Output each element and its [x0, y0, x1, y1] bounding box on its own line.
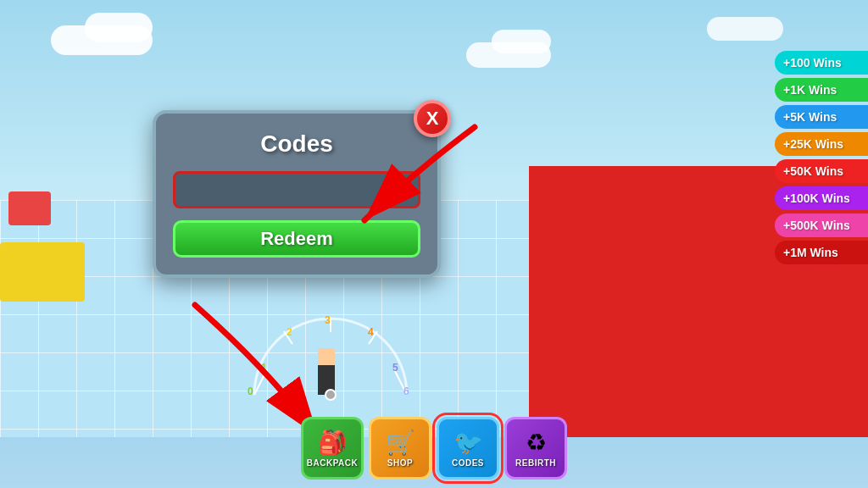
badge-1kwins[interactable]: +1K Wins	[775, 78, 868, 102]
codes-modal: X Codes Redeem	[153, 110, 441, 278]
svg-text:1: 1	[261, 362, 267, 374]
badge-100wins[interactable]: +100 Wins	[775, 51, 868, 75]
svg-text:0: 0	[248, 385, 253, 397]
svg-text:2: 2	[287, 326, 292, 338]
codes-icon: 🐦	[453, 429, 483, 457]
red-block	[8, 191, 51, 225]
win-badges-panel: +100 Wins +1K Wins +5K Wins +25K Wins +5…	[775, 51, 868, 264]
backpack-label: BACKPACK	[307, 458, 358, 468]
redeem-button[interactable]: Redeem	[173, 220, 420, 258]
shop-icon: 🛒	[386, 429, 415, 457]
yellow-platform	[0, 242, 85, 302]
rebirth-button[interactable]: ♻ REBIRTH	[504, 417, 567, 480]
svg-text:5: 5	[392, 362, 398, 374]
svg-text:6: 6	[403, 385, 409, 397]
code-input[interactable]	[173, 171, 420, 208]
svg-point-12	[326, 390, 336, 400]
cloud-2	[85, 13, 153, 42]
shop-button[interactable]: 🛒 SHOP	[369, 417, 431, 480]
rebirth-icon: ♻	[526, 429, 547, 457]
badge-1mwins[interactable]: +1M Wins	[775, 241, 868, 264]
shop-label: SHOP	[387, 458, 413, 468]
svg-text:3: 3	[325, 314, 331, 326]
cloud-4	[492, 30, 551, 53]
backpack-icon: 🎒	[318, 429, 348, 457]
close-button[interactable]: X	[414, 100, 451, 137]
modal-title: Codes	[173, 130, 420, 158]
badge-500kwins[interactable]: +500K Wins	[775, 214, 868, 237]
rebirth-label: REBIRTH	[515, 458, 556, 468]
badge-25kwins[interactable]: +25K Wins	[775, 132, 868, 156]
gauge: 0 1 2 3 4 5 6	[246, 310, 415, 403]
badge-5kwins[interactable]: +5K Wins	[775, 105, 868, 129]
codes-button[interactable]: 🐦 CODES	[437, 417, 499, 480]
codes-label: CODES	[452, 458, 484, 468]
backpack-button[interactable]: 🎒 BACKPACK	[301, 417, 364, 480]
toolbar: 🎒 BACKPACK 🛒 SHOP 🐦 CODES ♻ REBIRTH	[301, 417, 567, 480]
svg-text:4: 4	[368, 326, 374, 338]
cloud-5	[707, 17, 783, 41]
badge-50kwins[interactable]: +50K Wins	[775, 159, 868, 183]
badge-100kwins[interactable]: +100K Wins	[775, 186, 868, 210]
